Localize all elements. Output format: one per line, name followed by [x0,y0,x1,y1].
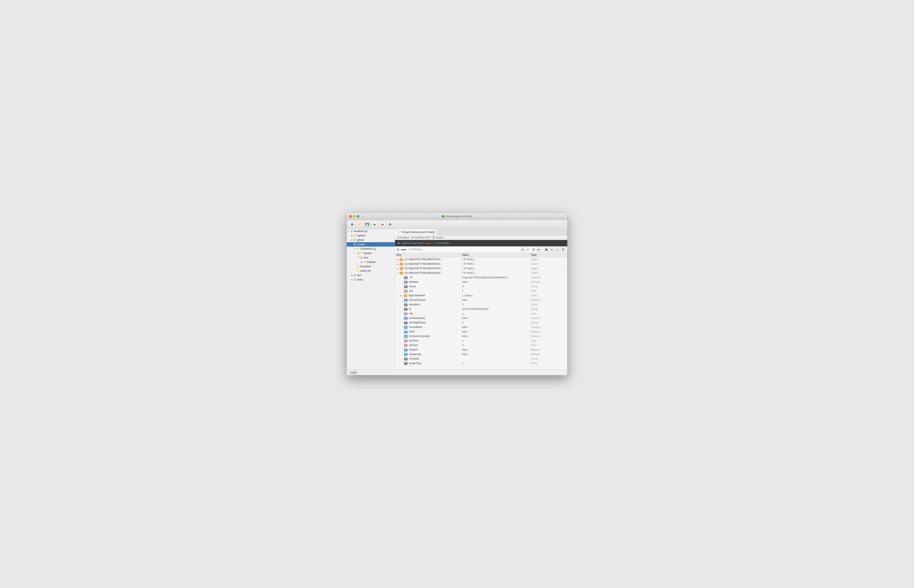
run-button[interactable]: ▶ [371,221,378,228]
db-icon: 🗄 [353,243,357,246]
logs-bar: Logs [347,370,567,375]
prev-page-button[interactable]: ◀ [520,247,525,252]
key-text: (4) ObjectId("570912d9e52d1b3... [405,271,442,274]
query-tab[interactable]: ✕ * db.getCollection('user').find({}) [395,229,437,235]
col-header-type: Type [529,253,567,257]
text-view-button[interactable]: ≡ [549,247,554,252]
table-view-button[interactable]: ▦ [544,247,549,252]
table-row[interactable]: # sex 2 Int32 [395,289,567,293]
close-button[interactable] [349,215,352,218]
query-editor[interactable]: db.getCollection('user').find({}) [395,240,567,246]
table-row[interactable]: ▶ {} tagComparator { 2 fields } Object [395,293,567,298]
type-icon: # [404,344,408,347]
sidebar-item-functions[interactable]: 📁 Functions [347,264,395,269]
type-icon: T/F [404,349,408,351]
table-row[interactable]: ▼ {} (4) ObjectId("570912d9e52d1b3... { … [395,271,567,275]
sidebar-item-zhihu[interactable]: ▶ 🗄 zhihu [347,278,395,282]
table-row[interactable]: T/F isCheckSchool false Boolean [395,298,567,302]
custom-view-button[interactable]: ☰ [560,247,566,252]
arrow-icon [354,265,357,268]
sidebar-item-indexes[interactable]: ▶ 📁 Indexes [347,260,395,264]
table-row[interactable]: T/F followed false Boolean [395,280,567,284]
cell-type: Object [529,266,567,271]
sidebar-item-label: Users (0) [360,270,370,272]
open-button[interactable]: 📁 [357,221,363,228]
expand-arrow[interactable]: ▶ [400,295,403,297]
key-text: isCheckCorpVerify [409,335,430,338]
logs-tab-label: Logs [351,371,356,374]
sidebar-item-test[interactable]: ▶ 🗄 test [347,273,395,278]
query-close: ) [447,242,449,245]
logs-tab[interactable]: Logs [349,370,358,375]
table-row[interactable]: T/F isUserBlock false Boolean [395,325,567,330]
table-row[interactable]: # city 1 Int32 [395,312,567,316]
query-params: {} [444,242,448,245]
table-row[interactable]: # isOnline 2 Int32 [395,343,567,347]
sidebar-item-system1[interactable]: ▶ 📁 System [347,233,395,238]
cell-key: T/F isSuperVip [395,352,460,357]
cell-key: ▼ {} (4) ObjectId("570912d9e52d1b3... [395,271,460,275]
table-row[interactable]: T/F isVip false Boolean [395,330,567,334]
db-icon: 🗄 [433,236,435,239]
table-row[interactable]: T/F isCheckSalary false Boolean [395,316,567,320]
table-row[interactable]: "" house 0 String [395,284,567,289]
table-row[interactable]: T/F isSuperVip false Boolean [395,352,567,357]
tab-label: * db.getCollection('user').find({}) [401,231,435,234]
expand-arrow[interactable]: ▼ [397,272,399,274]
cell-type: String [529,284,567,289]
table-row[interactable]: "" education 2 String [395,302,567,307]
cell-key: "" avatarType [395,361,460,366]
type-icon: "" [404,358,408,360]
table-row[interactable]: ▶ {} (1) ObjectId("570912d9e52d1b3... { … [395,257,567,262]
table-row[interactable]: ▶ {} (2) ObjectId("570912d9e52d1b3... { … [395,262,567,266]
arrow-icon: ▶ [351,234,353,237]
table-row[interactable]: "" avatarType 1 String [395,361,567,366]
minimize-button[interactable] [353,215,355,218]
server-indicator: 🖥 localhost [397,236,409,239]
expand-arrow[interactable]: ▶ [397,263,399,265]
stop-button[interactable]: ■ [379,221,386,228]
settings-button[interactable]: ⚙ [387,221,393,228]
sidebar-item-user[interactable]: ▼ ▦ user [347,255,395,260]
table-row[interactable]: "" id 2527510057580814924 String [395,307,567,312]
sidebar-item-collections[interactable]: ▼ 📁 Collections (2) [347,247,395,251]
maximize-button[interactable] [357,215,359,218]
tree-view-button[interactable]: ≡ [555,247,560,252]
next-page-button[interactable]: ▶ [537,247,541,252]
type-icon: T/F [404,317,408,320]
per-page-label: 50 [531,248,536,251]
table-row[interactable]: ▶ {} (3) ObjectId("570912d9e52d1b3... { … [395,266,567,271]
key-text: avatarType [409,362,421,365]
sidebar-item-localhost[interactable]: ▼ 🖥 localhost (5) [347,229,395,233]
cell-value: { 37 fields } [460,257,529,262]
sidebar-item-huatian[interactable]: ▼ 🗄 huatian [347,242,395,247]
expand-arrow[interactable]: ▶ [397,268,399,270]
table-row[interactable]: "" company String [395,357,567,361]
connect-button[interactable]: 🖥 [349,221,355,228]
sidebar-item-system2[interactable]: ▶ 📁 System [347,251,395,255]
key-text: marriageStatus [409,321,426,324]
key-text: isSuperVip [409,353,421,355]
table-row[interactable]: 🔑 _id ObjectId("570912d9e52d1b36999ef443… [395,275,567,280]
tab-close-button[interactable]: ✕ [397,231,400,234]
key-text: _id [409,276,412,279]
run-icon: ▶ [374,223,376,226]
sidebar-item-github[interactable]: ▶ 🗄 github [347,238,395,242]
server-label: localhost [400,236,409,239]
table-row[interactable]: T/F isSayHi false Boolean [395,347,567,352]
arrow-icon: ▶ [351,239,353,241]
sidebar-item-users-huatian[interactable]: 📁 Users (0) [347,269,395,273]
query-arg: 'user' [424,242,433,245]
type-icon: # [404,339,408,342]
titlebar: Robomongo 0.9.0-RC6 [347,213,567,220]
cell-value: ObjectId("570912d9e52d1b36999ef443") [460,275,529,280]
expand-arrow[interactable]: ▶ [397,258,399,260]
db-icon: 🗄 [353,274,357,277]
type-icon: {} [400,267,403,270]
type-icon: T/F [404,281,408,284]
table-row[interactable]: "" marriageStatus 1 String [395,320,567,325]
cell-type: Boolean [529,347,567,352]
table-row[interactable]: # province 2 Int32 [395,339,567,343]
table-row[interactable]: T/F isCheckCorpVerify false Boolean [395,334,567,339]
save-button[interactable]: 💾 [364,221,370,228]
